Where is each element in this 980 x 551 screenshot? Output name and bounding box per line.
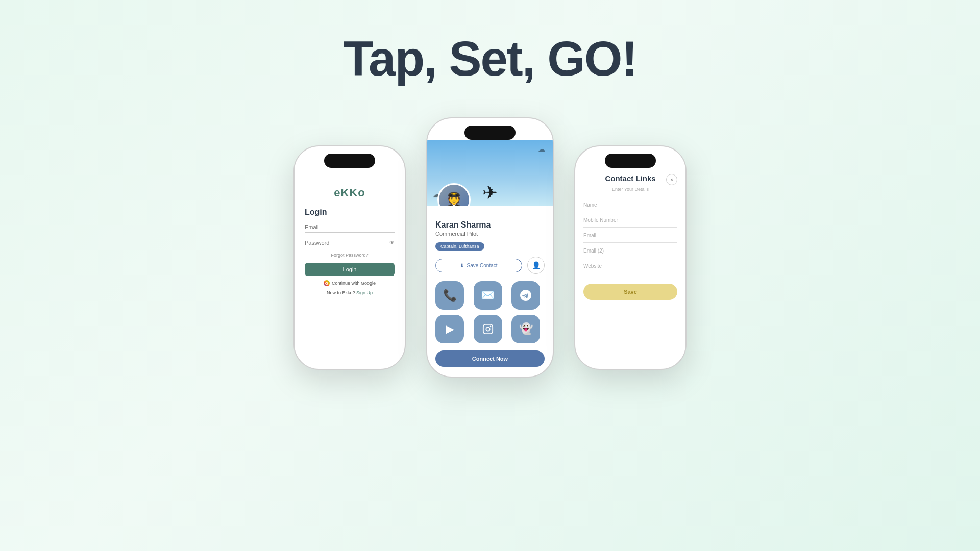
- connect-now-button[interactable]: Connect Now: [435, 350, 545, 367]
- login-title: Login: [305, 208, 327, 217]
- signup-link[interactable]: Sign Up: [356, 290, 373, 295]
- forgot-password-link[interactable]: Forgot Password?: [331, 253, 368, 258]
- dynamic-island-2: [464, 126, 516, 140]
- contact-links-title: Contact Links: [605, 174, 655, 183]
- signup-text: New to Ekko? Sign Up: [327, 290, 373, 295]
- profile-phone: ✈ ☁ ☁ 🧑‍✈️ Karan Sharma Commercial Pilot…: [426, 117, 554, 378]
- ekko-logo: eKKo: [334, 186, 365, 199]
- profile-hero-banner: ✈ ☁ ☁ 🧑‍✈️: [427, 140, 553, 206]
- profile-badge: Captain, Lufthansa: [435, 242, 484, 251]
- save-button[interactable]: Save: [583, 284, 677, 300]
- login-content: eKKo Login 👁 Forgot Password? Login G Co…: [295, 168, 405, 304]
- email-field[interactable]: Email: [583, 229, 677, 243]
- login-phone: eKKo Login 👁 Forgot Password? Login G Co…: [293, 145, 406, 370]
- website-field[interactable]: Website: [583, 259, 677, 273]
- contact-form: Name Mobile Number Email Email (2) Websi…: [575, 198, 685, 273]
- telegram-icon-button[interactable]: [511, 281, 540, 310]
- eye-icon: 👁: [389, 240, 395, 245]
- dynamic-island-1: [324, 154, 375, 168]
- password-wrapper: 👁: [305, 238, 395, 248]
- email-icon-button[interactable]: ✉️: [474, 281, 502, 310]
- dynamic-island-3: [605, 154, 656, 168]
- email-input[interactable]: [305, 222, 395, 233]
- svg-point-2: [489, 326, 491, 328]
- download-icon: ⬇: [460, 263, 464, 268]
- svg-rect-0: [483, 324, 492, 334]
- profile-info: Karan Sharma Commercial Pilot Captain, L…: [427, 206, 553, 373]
- phones-container: eKKo Login 👁 Forgot Password? Login G Co…: [293, 117, 687, 378]
- mobile-field[interactable]: Mobile Number: [583, 213, 677, 228]
- phone-icon-button[interactable]: 📞: [435, 281, 464, 310]
- instagram-icon-button[interactable]: [474, 315, 502, 343]
- add-user-button[interactable]: 👤: [527, 257, 545, 274]
- email2-field[interactable]: Email (2): [583, 244, 677, 258]
- airplane-bg-icon: ✈: [482, 182, 498, 204]
- svg-point-1: [486, 327, 489, 331]
- cloud-right: ☁: [538, 145, 545, 153]
- profile-name: Karan Sharma: [435, 220, 545, 230]
- person-add-icon: 👤: [532, 261, 541, 269]
- page-title: Tap, Set, GO!: [344, 31, 637, 87]
- enter-details-label: Enter Your Details: [575, 187, 685, 192]
- social-icons-grid: 📞 ✉️ ▶ 👻: [435, 281, 545, 343]
- save-contact-button[interactable]: ⬇ Save Contact: [435, 259, 522, 272]
- contact-header: Contact Links ×: [575, 168, 685, 187]
- close-button[interactable]: ×: [666, 174, 677, 185]
- profile-actions: ⬇ Save Contact 👤: [435, 257, 545, 274]
- google-signin-button[interactable]: G Continue with Google: [324, 280, 376, 286]
- play-icon-button[interactable]: ▶: [435, 315, 464, 343]
- contact-links-phone: Contact Links × Enter Your Details Name …: [574, 145, 687, 370]
- name-field[interactable]: Name: [583, 198, 677, 212]
- avatar-icon: 🧑‍✈️: [445, 191, 463, 206]
- google-icon: G: [324, 280, 330, 286]
- snapchat-icon-button[interactable]: 👻: [511, 315, 540, 343]
- login-button[interactable]: Login: [305, 263, 395, 276]
- password-input[interactable]: [305, 238, 395, 248]
- profile-role: Commercial Pilot: [435, 231, 545, 237]
